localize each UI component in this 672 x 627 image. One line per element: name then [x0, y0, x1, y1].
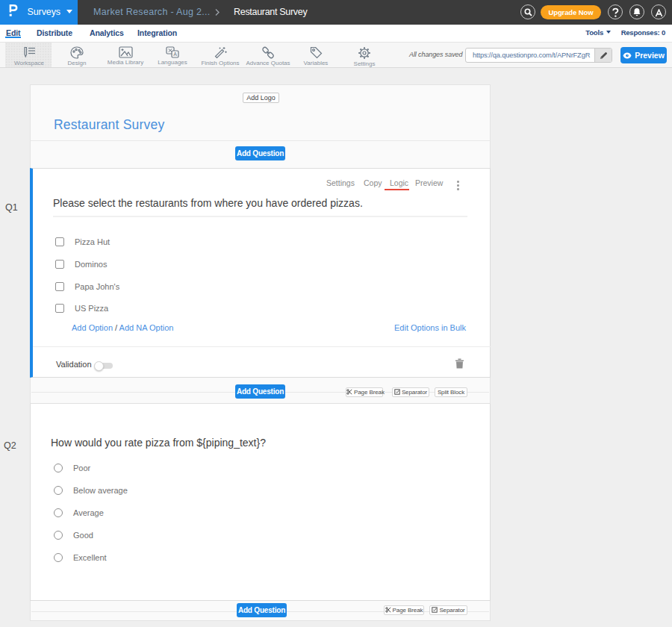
svg-text:A: A [173, 52, 177, 57]
